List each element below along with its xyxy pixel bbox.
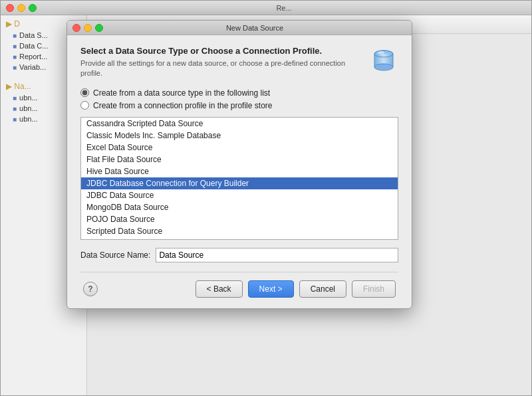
ide-title-text: Re... — [42, 4, 526, 12]
radio-connection-profile-input[interactable] — [80, 101, 89, 110]
ide-titlebar: Re... — [1, 1, 531, 15]
sidebar-datas-label: Data S... — [19, 31, 48, 39]
sidebar-ubn2-label: ubn... — [19, 104, 38, 112]
ide-maximize-button[interactable] — [29, 4, 37, 12]
report-icon: ■ — [13, 53, 17, 60]
modal-titlebar: New Data Source — [67, 21, 412, 35]
variab-icon: ■ — [13, 64, 17, 71]
back-button[interactable]: < Back — [196, 280, 243, 298]
folder-na-icon: ▶ Na... — [6, 82, 31, 91]
modal-title-text: New Data Source — [103, 24, 406, 32]
database-icon — [369, 46, 398, 75]
radio-group: Create from a data source type in the fo… — [80, 88, 398, 110]
list-item-hive[interactable]: Hive Data Source — [81, 165, 398, 177]
ide-minimize-button[interactable] — [17, 4, 25, 12]
sidebar-datac-label: Data C... — [19, 42, 48, 50]
list-item-cassandra[interactable]: Cassandra Scripted Data Source — [81, 118, 398, 130]
svg-point-6 — [378, 51, 384, 54]
radio-datasource-type-input[interactable] — [80, 88, 89, 97]
list-item-web-services[interactable]: Web Services Data Source — [81, 237, 398, 240]
ubn1-icon: ■ — [13, 94, 17, 102]
data-source-icon: ■ — [13, 32, 17, 39]
sidebar-ubn1-label: ubn... — [19, 94, 38, 102]
help-button[interactable]: ? — [83, 282, 98, 296]
sidebar-variab-label: Variab... — [19, 63, 46, 71]
radio-option-datasource-type[interactable]: Create from a data source type in the fo… — [80, 88, 398, 98]
finish-button[interactable]: Finish — [352, 280, 396, 298]
next-button[interactable]: Next > — [248, 280, 294, 298]
cancel-button[interactable]: Cancel — [299, 280, 346, 298]
list-item-scripted[interactable]: Scripted Data Source — [81, 225, 398, 237]
modal-body: Select a Data Source Type or Choose a Co… — [67, 35, 412, 308]
modal-header-text: Select a Data Source Type or Choose a Co… — [80, 46, 361, 79]
data-conn-icon: ■ — [13, 43, 17, 50]
radio-datasource-type-label: Create from a data source type in the fo… — [93, 88, 270, 98]
datasource-name-row: Data Source Name: — [80, 248, 398, 262]
list-item-flat-file[interactable]: Flat File Data Source — [81, 153, 398, 165]
button-bar: ? < Back Next > Cancel Finish — [80, 280, 398, 300]
modal-header-title: Select a Data Source Type or Choose a Co… — [80, 46, 361, 56]
datasource-type-listbox[interactable]: Cassandra Scripted Data Source Classic M… — [80, 117, 398, 240]
folder-icon: ▶ D — [6, 19, 20, 29]
modal-maximize-button[interactable] — [95, 24, 103, 32]
ide-traffic-lights — [6, 4, 37, 12]
sidebar-ubn3-label: ubn... — [19, 115, 38, 123]
list-item-jdbc-query-builder[interactable]: JDBC Database Connection for Query Build… — [81, 177, 398, 189]
modal-minimize-button[interactable] — [84, 24, 92, 32]
svg-point-2 — [374, 64, 393, 70]
modal-header-subtitle: Provide all the settings for a new data … — [80, 58, 361, 79]
dsname-input[interactable] — [156, 248, 398, 262]
ide-close-button[interactable] — [6, 4, 14, 12]
modal-traffic-lights — [72, 24, 103, 32]
radio-option-connection-profile[interactable]: Create from a connection profile in the … — [80, 101, 398, 110]
list-item-classic-models[interactable]: Classic Models Inc. Sample Database — [81, 130, 398, 142]
list-item-mongodb[interactable]: MongoDB Data Source — [81, 201, 398, 213]
list-item-excel[interactable]: Excel Data Source — [81, 142, 398, 153]
modal-separator — [80, 272, 398, 272]
radio-connection-profile-label: Create from a connection profile in the … — [93, 101, 272, 110]
ubn2-icon: ■ — [13, 105, 17, 112]
sidebar-report-label: Report... — [19, 52, 47, 60]
list-item-jdbc[interactable]: JDBC Data Source — [81, 189, 398, 201]
ubn3-icon: ■ — [13, 116, 17, 123]
new-datasource-dialog: New Data Source Select a Data Source Typ… — [66, 20, 412, 309]
modal-close-button[interactable] — [72, 24, 80, 32]
list-item-pojo[interactable]: POJO Data Source — [81, 213, 398, 225]
modal-header: Select a Data Source Type or Choose a Co… — [80, 46, 398, 79]
dsname-label: Data Source Name: — [80, 250, 150, 260]
